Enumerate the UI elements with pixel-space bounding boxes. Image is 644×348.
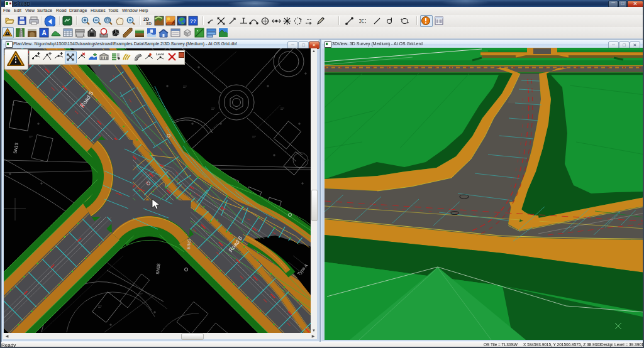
svg-text:A: A [42,30,47,36]
svg-text:2D: 2D [143,17,149,21]
svg-text:Level: Level [156,52,164,56]
svg-text:II: II [360,19,363,23]
svg-text:BINS: BINS [186,239,191,249]
svg-text:??: ?? [190,18,196,24]
svg-text:3D: 3D [146,21,152,26]
